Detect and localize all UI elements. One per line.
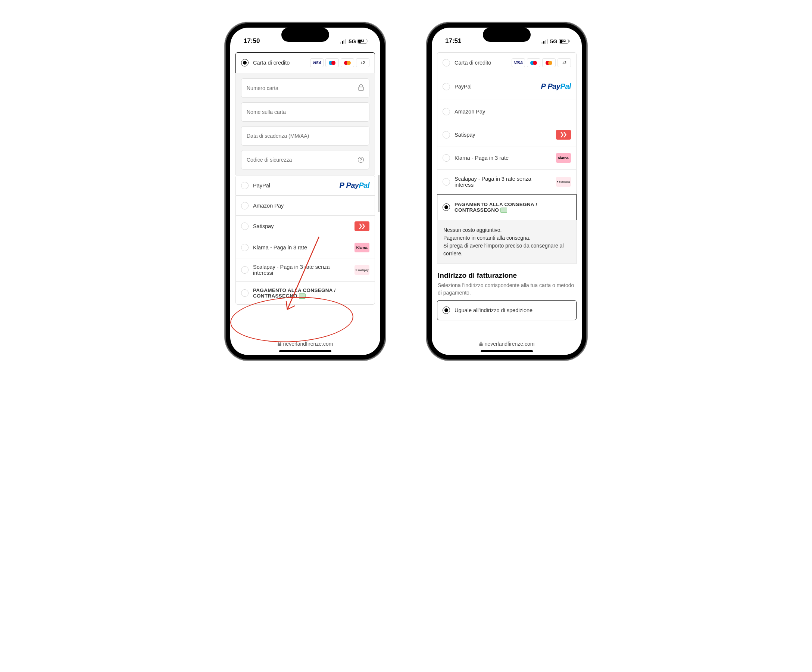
maestro-icon [527,58,540,67]
payment-option-amazon[interactable]: Amazon Pay [235,196,375,216]
payment-option-credit-card[interactable]: Carta di credito VISA +2 [235,52,375,73]
radio-icon [443,108,450,115]
payment-option-klarna[interactable]: Klarna - Paga in 3 rate Klarna. [235,237,375,258]
payment-option-credit-card[interactable]: Carta di credito VISA +2 [437,52,577,73]
url-text: neverlandfirenze.com [283,341,333,347]
scalapay-icon: ♥ scalapay [556,177,571,186]
scrollbar[interactable] [379,175,379,212]
card-expiry-placeholder: Data di scadenza (MM/AA) [247,133,309,139]
help-icon[interactable]: ? [358,157,364,163]
signal-icon [541,39,548,44]
network-label: 5G [348,38,356,44]
mastercard-icon [542,58,556,67]
satispay-icon [355,221,369,231]
cod-label: PAGAMENTO ALLA CONSEGNA / CONTRASSEGNO [253,287,369,299]
amazon-label: Amazon Pay [454,109,571,115]
payment-option-paypal[interactable]: PayPal P PayPal [235,175,375,196]
billing-section: Indirizzo di fatturazione Seleziona l'in… [437,264,577,300]
battery-icon: 32 [559,39,570,44]
phone-screen-right: 17:51 5G 32 Carta di credito VISA [432,27,582,355]
payment-option-satispay[interactable]: Satispay [235,216,375,237]
phone-screen-left: 17:50 5G 32 Carta di credito VISA +2 [230,27,380,355]
signal-icon [340,39,346,44]
card-form: Numero carta Nome sulla carta Data di sc… [235,73,375,175]
radio-icon [241,202,249,209]
klarna-icon: Klarna. [556,153,571,163]
radio-selected-icon [241,59,249,67]
payment-option-cod[interactable]: PAGAMENTO ALLA CONSEGNA / CONTRASSEGNO [235,282,375,304]
more-brands-badge[interactable]: +2 [558,58,571,67]
cod-line1: Nessun costo aggiuntivo. [444,226,570,234]
klarna-icon: Klarna. [355,243,369,252]
checkout-content: Carta di credito VISA +2 PayPal P PayPal [432,48,582,333]
status-time: 17:51 [445,37,461,45]
radio-icon [241,222,249,230]
cod-line2: Pagamento in contanti alla consegna. [444,234,570,242]
payment-option-scalapay[interactable]: Scalapay - Paga in 3 rate senza interess… [437,169,577,194]
cash-icon [299,293,305,299]
card-cvv-placeholder: Codice di sicurezza [247,157,292,163]
card-name-placeholder: Nome sulla carta [247,109,286,115]
payment-option-paypal[interactable]: PayPal P PayPal [437,73,577,100]
paypal-icon: P PayPal [541,82,571,91]
radio-selected-icon [443,306,450,314]
more-brands-badge[interactable]: +2 [356,58,369,67]
scalapay-label: Scalapay - Paga in 3 rate senza interess… [253,264,350,276]
cod-label: PAGAMENTO ALLA CONSEGNA / CONTRASSEGNO [454,202,571,213]
payment-option-cod[interactable]: PAGAMENTO ALLA CONSEGNA / CONTRASSEGNO [437,194,577,220]
satispay-icon [556,130,571,140]
payment-option-klarna[interactable]: Klarna - Paga in 3 rate Klarna. [437,146,577,169]
url-text: neverlandfirenze.com [485,341,535,347]
radio-icon [443,59,450,67]
cash-icon [500,208,507,213]
radio-icon [443,131,450,139]
lock-icon [278,342,281,346]
home-indicator[interactable] [279,350,331,352]
url-bar[interactable]: neverlandfirenze.com [278,341,333,347]
radio-icon [241,244,249,251]
radio-icon [241,289,249,297]
payment-option-list: Carta di credito VISA +2 PayPal P PayPal [437,52,577,194]
klarna-label: Klarna - Paga in 3 rate [454,155,551,161]
card-number-input[interactable]: Numero carta [241,79,369,98]
credit-card-label: Carta di credito [454,60,507,66]
payment-option-satispay[interactable]: Satispay [437,123,577,146]
phone-mockup-left: 17:50 5G 32 Carta di credito VISA +2 [225,22,386,360]
phone-notch [483,27,531,42]
phone-mockup-right: 17:51 5G 32 Carta di credito VISA [426,22,587,360]
paypal-label: PayPal [253,183,335,188]
billing-same-as-shipping[interactable]: Uguale all'indirizzo di spedizione [437,300,577,320]
browser-footer: neverlandfirenze.com [432,333,582,355]
mastercard-icon [341,58,354,67]
card-cvv-input[interactable]: Codice di sicurezza ? [241,150,369,169]
satispay-label: Satispay [454,132,551,138]
paypal-label: PayPal [454,84,536,90]
radio-icon [443,178,450,186]
klarna-label: Klarna - Paga in 3 rate [253,245,350,251]
card-expiry-input[interactable]: Data di scadenza (MM/AA) [241,126,369,145]
lock-icon [358,84,364,92]
billing-subtitle: Seleziona l'indirizzo corrispondente all… [438,282,576,296]
billing-title: Indirizzo di fatturazione [438,272,576,280]
status-right: 5G 32 [340,38,368,44]
radio-icon [241,182,249,189]
url-bar[interactable]: neverlandfirenze.com [479,341,535,347]
payment-option-amazon[interactable]: Amazon Pay [437,100,577,123]
cod-line3: Si prega di avere l'importo preciso da c… [444,242,570,258]
phone-notch [281,27,329,42]
lock-icon [479,342,483,346]
scalapay-label: Scalapay - Paga in 3 rate senza interess… [454,176,551,188]
visa-icon: VISA [310,58,324,67]
browser-footer: neverlandfirenze.com [230,333,380,355]
visa-icon: VISA [512,58,525,67]
card-number-placeholder: Numero carta [247,85,278,91]
network-label: 5G [550,38,558,44]
radio-selected-icon [443,203,450,211]
cod-details: Nessun costo aggiuntivo. Pagamento in co… [437,220,577,264]
card-brand-group: VISA +2 [310,58,369,67]
home-indicator[interactable] [481,350,533,352]
credit-card-label: Carta di credito [253,60,305,66]
card-name-input[interactable]: Nome sulla carta [241,102,369,122]
satispay-label: Satispay [253,223,350,229]
payment-option-scalapay[interactable]: Scalapay - Paga in 3 rate senza interess… [235,258,375,282]
